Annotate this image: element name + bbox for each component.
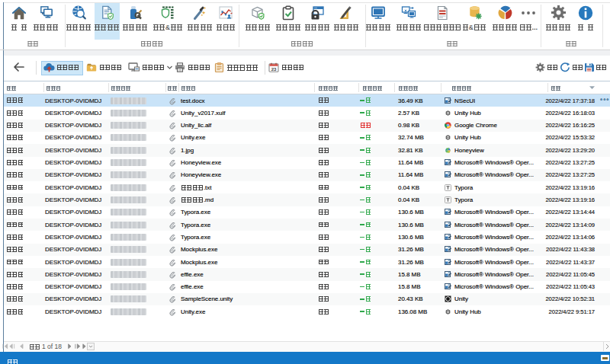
svg-text:23: 23 [271,67,277,72]
